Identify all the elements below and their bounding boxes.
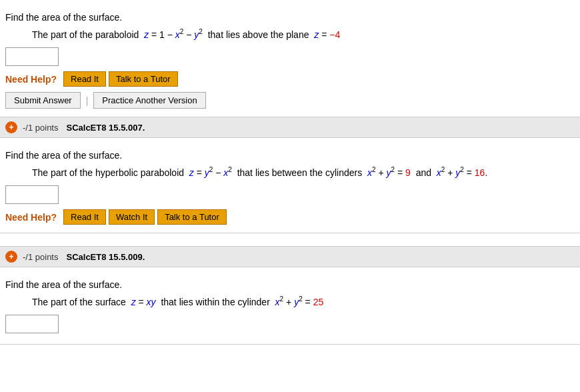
problem2-read-it-button[interactable]: Read It (63, 209, 106, 225)
problem3-id: SCalcET8 15.5.009. (66, 252, 145, 262)
problem2-header: + -/1 points SCalcET8 15.5.007. (0, 117, 580, 138)
problem1-submit-button[interactable]: Submit Answer (5, 92, 81, 109)
problem1-section: Find the area of the surface. The part o… (0, 0, 580, 117)
problem1-practice-button[interactable]: Practice Another Version (93, 92, 205, 109)
problem2-section: Find the area of the surface. The part o… (0, 138, 580, 233)
problem1-need-help-row: Need Help? Read It Talk to a Tutor (5, 71, 575, 87)
problem2-answer-input[interactable] (5, 185, 59, 204)
problem1-read-it-button[interactable]: Read It (63, 71, 106, 87)
problem2-find-text: Find the area of the surface. (5, 150, 575, 161)
problem1-find-text: Find the area of the surface. (5, 12, 575, 23)
problem1-equation: The part of the paraboloid z = 1 − x2 − … (32, 27, 575, 42)
problem2-need-help-row: Need Help? Read It Watch It Talk to a Tu… (5, 209, 575, 225)
problem1-answer-input[interactable] (5, 47, 59, 66)
problem3-answer-input[interactable] (5, 315, 59, 333)
problem2-watch-it-button[interactable]: Watch It (109, 209, 155, 225)
spacer (0, 233, 580, 247)
problem3-equation: The part of the surface z = xy that lies… (32, 294, 575, 309)
problem2-id: SCalcET8 15.5.007. (66, 123, 145, 133)
problem2-equation: The part of the hyperbolic paraboloid z … (32, 165, 575, 180)
problem3-header: + -/1 points SCalcET8 15.5.009. (0, 247, 580, 267)
problem2-points: -/1 points (23, 123, 58, 133)
problem1-need-help-label: Need Help? (5, 74, 57, 85)
problem2-badge: + (5, 121, 17, 133)
problem3-find-text: Find the area of the surface. (5, 279, 575, 290)
problem1-talk-tutor-button[interactable]: Talk to a Tutor (109, 71, 178, 87)
problem1-submit-row: Submit Answer | Practice Another Version (5, 92, 575, 109)
problem2-talk-tutor-button[interactable]: Talk to a Tutor (157, 209, 227, 225)
problem3-section: Find the area of the surface. The part o… (0, 267, 580, 345)
problem2-need-help-label: Need Help? (5, 212, 57, 223)
problem3-points: -/1 points (23, 252, 58, 262)
problem3-badge: + (5, 251, 17, 263)
